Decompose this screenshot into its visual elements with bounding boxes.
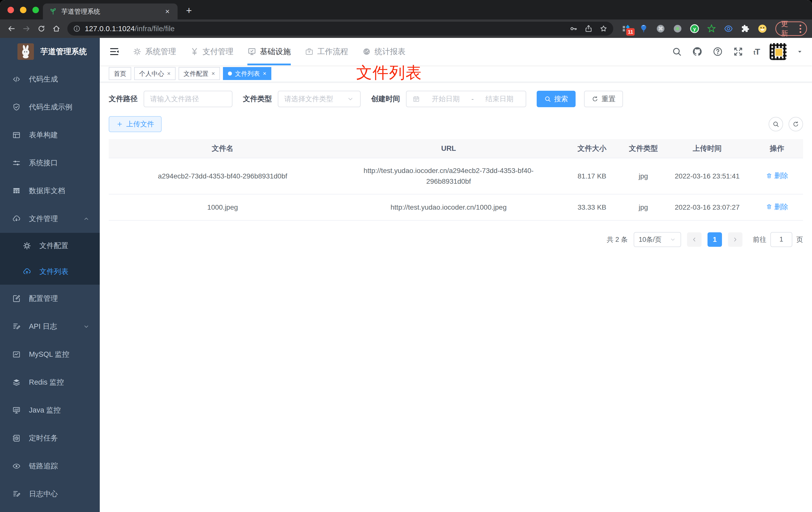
sidebar-item-文件配置[interactable]: 文件配置 — [0, 233, 100, 259]
page-size-select[interactable]: 10条/页 — [634, 232, 681, 247]
browser-window: 芋道管理系统 × + 127.0.0.1:1024/infra/file/fil… — [0, 0, 812, 512]
sidebar-item-链路追踪[interactable]: 链路追踪 — [0, 452, 100, 480]
sidebar-item-Java监控[interactable]: Java 监控 — [0, 396, 100, 424]
database-table-icon — [12, 186, 21, 195]
top-nav-item-系统管理[interactable]: 系统管理 — [133, 38, 176, 65]
top-nav-item-统计报表[interactable]: 统计报表 — [362, 38, 406, 65]
sidebar-item-MySQL监控[interactable]: MySQL 监控 — [0, 340, 100, 368]
puzzle-icon[interactable] — [741, 24, 750, 34]
bookmark-star-icon[interactable] — [599, 24, 608, 33]
dashboard-icon — [362, 47, 371, 56]
zoom-window-button[interactable] — [32, 7, 39, 13]
font-size-icon[interactable]: tT — [753, 47, 760, 57]
reload-icon[interactable] — [35, 22, 48, 35]
url-bar[interactable]: 127.0.0.1:1024/infra/file/file — [67, 22, 613, 36]
tag-close-icon[interactable]: × — [211, 70, 215, 77]
file-type-placeholder: 请选择文件类型 — [284, 94, 333, 104]
sidebar-item-label: 代码生成示例 — [29, 102, 90, 112]
table-header-cell: 文件类型 — [623, 139, 663, 158]
tag-close-icon[interactable]: × — [263, 70, 266, 77]
svg-text:y: y — [693, 26, 696, 32]
tab-close-icon[interactable]: × — [163, 7, 172, 16]
gear-icon — [23, 241, 31, 250]
browser-menu-icon[interactable] — [800, 25, 801, 33]
tag-文件配置[interactable]: 文件配置× — [179, 67, 220, 80]
filter-form: 文件路径 请输入文件路径 文件类型 请选择文件类型 创建时间 开始日期 - 结束… — [109, 91, 803, 107]
refresh-icon — [591, 95, 599, 102]
sidebar-item-label: Java 监控 — [29, 405, 90, 415]
tags-bar: 首页个人中心×文件配置×文件列表× — [100, 65, 812, 82]
sidebar-item-日志中心[interactable]: 日志中心 — [0, 480, 100, 508]
delete-button[interactable]: 删除 — [766, 202, 788, 212]
sidebar-item-数据库文档[interactable]: 数据库文档 — [0, 177, 100, 205]
site-info-icon[interactable] — [73, 25, 81, 33]
trash-icon — [766, 173, 772, 179]
command-circle-icon[interactable]: ⌘ — [656, 24, 666, 34]
sidebar-item-Redis监控[interactable]: Redis 监控 — [0, 368, 100, 396]
date-range-input[interactable]: 开始日期 - 结束日期 — [406, 91, 526, 107]
avatar-caret-down-icon[interactable] — [796, 48, 803, 55]
sidebar-item-文件列表[interactable]: 文件列表 — [0, 259, 100, 285]
create-time-label: 创建时间 — [371, 94, 400, 104]
refresh-icon — [792, 121, 799, 128]
next-page-button[interactable] — [728, 232, 743, 247]
file-size-cell: 33.33 KB — [561, 194, 623, 220]
upload-file-button[interactable]: 上传文件 — [109, 116, 162, 132]
delete-button[interactable]: 删除 — [766, 170, 788, 181]
tag-个人中心[interactable]: 个人中心× — [134, 67, 176, 80]
search-button[interactable]: 搜索 — [537, 91, 576, 107]
forward-icon[interactable] — [20, 22, 33, 35]
tag-close-icon[interactable]: × — [167, 70, 171, 77]
show-search-button[interactable] — [768, 117, 783, 131]
sidebar-item-label: 文件管理 — [29, 214, 83, 224]
file-path-input[interactable]: 请输入文件路径 — [144, 91, 232, 107]
minimize-window-button[interactable] — [20, 7, 26, 13]
refresh-table-button[interactable] — [788, 117, 803, 131]
top-nav-item-工作流程[interactable]: 工作流程 — [305, 38, 348, 65]
top-nav-item-支付管理[interactable]: 支付管理 — [190, 38, 233, 65]
back-icon[interactable] — [5, 22, 18, 35]
sidebar-item-系统接口[interactable]: 系统接口 — [0, 149, 100, 177]
chevron-left-icon — [691, 236, 698, 243]
sidebar-collapse-icon[interactable] — [109, 46, 120, 57]
sidebar-item-定时任务[interactable]: 定时任务 — [0, 424, 100, 452]
sidebar-item-代码生成[interactable]: 代码生成 — [0, 65, 100, 93]
extension-grid-icon[interactable]: 11 — [622, 24, 632, 34]
emoji-face-icon[interactable] — [757, 24, 767, 34]
top-nav-item-基础设施[interactable]: 基础设施 — [248, 38, 291, 65]
new-tab-button[interactable]: + — [186, 5, 192, 16]
page-number-button[interactable]: 1 — [707, 232, 722, 247]
tag-文件列表[interactable]: 文件列表× — [223, 67, 271, 80]
password-key-icon[interactable] — [569, 24, 578, 33]
tag-首页[interactable]: 首页 — [109, 67, 131, 80]
chevron-down-icon — [83, 323, 90, 330]
dot-circle-icon[interactable] — [673, 24, 683, 34]
avatar[interactable] — [770, 43, 787, 60]
table-row: a294ecb2-73dd-4353-bf40-296b8931d0bfhttp… — [109, 158, 803, 194]
sidebar-item-配置管理[interactable]: 配置管理 — [0, 285, 100, 312]
sidebar-item-label: API 日志 — [29, 322, 83, 332]
prev-page-button[interactable] — [687, 232, 701, 247]
sidebar-item-API日志[interactable]: API 日志 — [0, 312, 100, 340]
sidebar-item-表单构建[interactable]: 表单构建 — [0, 121, 100, 149]
y-brand-circle-icon[interactable]: y — [690, 24, 699, 34]
form-icon — [12, 131, 21, 140]
reset-button[interactable]: 重置 — [584, 91, 623, 107]
green-star-icon[interactable] — [706, 24, 717, 34]
balloon-icon[interactable] — [639, 24, 649, 34]
blue-eye-icon[interactable] — [723, 24, 733, 34]
help-icon — [713, 47, 723, 57]
browser-tab[interactable]: 芋道管理系统 × — [43, 3, 178, 20]
sidebar-item-代码生成示例[interactable]: 代码生成示例 — [0, 93, 100, 121]
browser-update-button[interactable]: 更新 — [775, 22, 807, 36]
sidebar-item-label: 代码生成 — [29, 74, 90, 84]
plus-icon — [116, 121, 123, 128]
extensions-row: 11⌘y — [622, 24, 767, 34]
goto-page-input[interactable] — [770, 232, 792, 247]
share-icon[interactable] — [584, 24, 593, 33]
home-icon[interactable] — [50, 22, 63, 35]
close-window-button[interactable] — [7, 7, 14, 13]
sidebar-item-文件管理[interactable]: 文件管理 — [0, 205, 100, 233]
sidebar-item-label: 配置管理 — [29, 294, 90, 304]
file-type-select[interactable]: 请选择文件类型 — [278, 91, 360, 107]
